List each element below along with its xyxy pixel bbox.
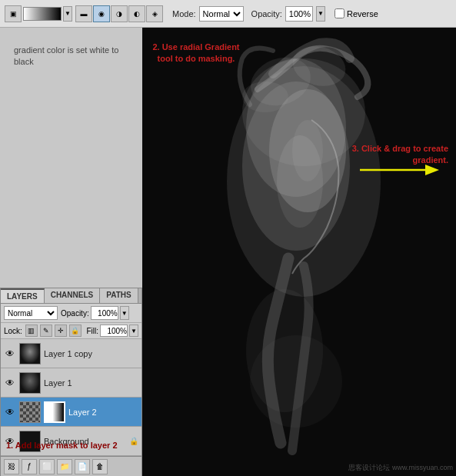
mode-select[interactable]: Normal <box>199 6 244 22</box>
linear-gradient-btn[interactable]: ▬ <box>75 5 92 22</box>
layer-bottom-bar: ⛓ ƒ ⬜ 📁 📄 🗑 <box>1 456 141 476</box>
opacity-ctrl-label: Opacity: <box>61 309 89 318</box>
tool-option-btn[interactable]: ▣ <box>5 5 22 22</box>
gradient-dropdown-btn[interactable]: ▼ <box>63 6 72 22</box>
smoke-artwork <box>142 28 456 476</box>
table-row[interactable]: 👁 Layer 1 <box>1 368 141 398</box>
watermark: 思客设计论坛 www.missyuan.com <box>348 463 453 473</box>
lock-fill-row: Lock: ▥ ✎ ✛ 🔒 Fill: ▼ <box>1 323 141 339</box>
layer-thumbnail <box>19 372 41 394</box>
svg-point-12 <box>292 120 323 181</box>
layer-name: Layer 1 <box>44 378 138 388</box>
layer-mask-thumbnail[interactable] <box>44 401 65 423</box>
lock-label: Lock: <box>4 327 22 335</box>
radial-gradient-btn[interactable]: ◉ <box>93 5 110 22</box>
opacity-arrow-btn[interactable]: ▼ <box>316 6 325 22</box>
lock-all-btn[interactable]: 🔒 <box>69 325 82 337</box>
gradient-preview[interactable] <box>23 7 62 21</box>
layer-visibility-icon[interactable]: 👁 <box>4 377 16 389</box>
mode-label: Mode: <box>172 9 196 18</box>
layer-list: 👁 Layer 1 copy 👁 Layer 1 👁 Layer 2 <box>1 339 141 456</box>
reverse-checkbox[interactable] <box>335 8 344 18</box>
new-layer-btn[interactable]: 📄 <box>75 459 90 474</box>
tab-paths[interactable]: PATHS <box>100 288 138 303</box>
tab-layers[interactable]: LAYERS <box>1 288 45 303</box>
delete-layer-btn[interactable]: 🗑 <box>92 459 108 474</box>
top-toolbar: ▣ ▼ ▬ ◉ ◑ ◐ ◈ Mode: Normal Opacity: ▼ Re… <box>0 0 456 28</box>
svg-point-8 <box>242 82 288 112</box>
fill-value-input[interactable] <box>100 325 128 337</box>
opacity-control: Opacity: ▼ <box>61 306 129 320</box>
fill-arrow-btn[interactable]: ▼ <box>129 325 138 337</box>
diamond-gradient-btn[interactable]: ◈ <box>146 5 163 22</box>
reverse-checkbox-group: Reverse <box>335 8 378 18</box>
add-style-btn[interactable]: ƒ <box>22 459 37 474</box>
layer-name: Layer 2 <box>68 408 138 417</box>
left-panel: gradient color is set white to black LAY… <box>0 28 142 476</box>
add-mask-btn[interactable]: ⬜ <box>39 459 55 474</box>
layer-visibility-icon[interactable]: 👁 <box>4 406 16 418</box>
blend-mode-select[interactable]: Normal <box>4 306 58 320</box>
opacity-value-input[interactable] <box>91 306 118 320</box>
svg-point-10 <box>250 335 342 428</box>
gradient-type-tools: ▬ ◉ ◑ ◐ ◈ <box>75 5 163 22</box>
layer-thumbnail <box>19 343 41 364</box>
lock-icons: ▥ ✎ ✛ 🔒 <box>25 325 82 337</box>
layer-lock-badge: 🔒 <box>129 437 138 445</box>
fill-label: Fill: <box>86 327 98 335</box>
smoke-background <box>142 28 456 476</box>
panel-tabs: LAYERS CHANNELS PATHS ≡ <box>1 288 141 304</box>
reflected-gradient-btn[interactable]: ◐ <box>128 5 145 22</box>
link-layers-btn[interactable]: ⛓ <box>4 459 19 474</box>
angle-gradient-btn[interactable]: ◑ <box>111 5 128 22</box>
table-row[interactable]: 👁 Layer 1 copy <box>1 339 141 368</box>
lock-paint-btn[interactable]: ✎ <box>40 325 52 337</box>
fill-control: Fill: ▼ <box>86 325 138 337</box>
opacity-input[interactable] <box>285 6 313 22</box>
new-group-btn[interactable]: 📁 <box>57 459 72 474</box>
lock-move-btn[interactable]: ✛ <box>55 325 67 337</box>
reverse-label: Reverse <box>347 9 378 18</box>
lock-transparency-btn[interactable]: ▥ <box>25 325 38 337</box>
radial-annotation: 2. Use radial Gradient tool to do maskin… <box>150 42 242 65</box>
right-image-panel: 2. Use radial Gradient tool to do maskin… <box>142 28 456 476</box>
drag-annotation: 3. Click & drag to create gradient. <box>348 143 448 167</box>
table-row[interactable]: 👁 Layer 2 <box>1 398 141 427</box>
blend-opacity-row: Normal Opacity: ▼ <box>1 304 141 323</box>
layer-thumbnail <box>19 401 41 423</box>
top-left-annotation: gradient color is set white to black <box>14 45 121 68</box>
layer-name: Layer 1 copy <box>44 349 138 358</box>
tab-channels[interactable]: CHANNELS <box>45 288 101 303</box>
main-area: gradient color is set white to black LAY… <box>0 28 456 476</box>
layer-visibility-icon[interactable]: 👁 <box>4 348 16 360</box>
bottom-left-annotation: 1. Add layer mask to layer 2 <box>6 440 118 451</box>
opacity-label: Opacity: <box>251 9 282 18</box>
opacity-ctrl-arrow[interactable]: ▼ <box>120 306 129 320</box>
tool-options-group: ▣ ▼ <box>5 5 72 22</box>
